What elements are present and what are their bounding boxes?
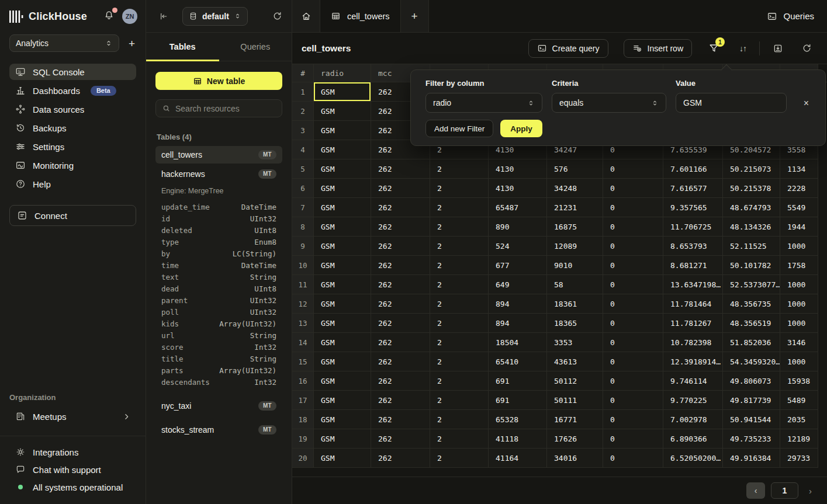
grid-cell[interactable]: 49.735233 [723, 429, 780, 449]
grid-cell[interactable]: 21231 [547, 198, 603, 217]
grid-cell[interactable]: 48.674793 [723, 198, 780, 217]
org-item-meetups[interactable]: Meetups [9, 408, 136, 425]
grid-cell[interactable]: 49.817739 [723, 391, 780, 410]
collapse-panel-icon[interactable] [159, 12, 168, 21]
grid-cell[interactable]: 9.746114 [663, 371, 723, 391]
grid-cell[interactable]: 6.52050200… [663, 449, 723, 468]
insert-row-button[interactable]: Insert row [624, 39, 692, 58]
grid-cell[interactable]: 2 [430, 294, 489, 314]
grid-cell[interactable]: 52.11525 [723, 237, 780, 256]
notifications-button[interactable] [101, 9, 117, 24]
grid-cell[interactable]: 4130 [489, 159, 547, 179]
grid-cell[interactable]: 50111 [547, 391, 603, 410]
grid-cell[interactable]: GSM [314, 429, 371, 449]
grid-cell[interactable]: 12.3918914… [663, 352, 723, 371]
add-new-filter-button[interactable]: Add new Filter [425, 120, 493, 137]
sidebar-item-settings[interactable]: Settings [9, 138, 136, 155]
grid-cell[interactable]: 51.852036 [723, 333, 780, 352]
new-tab-button[interactable]: + [401, 0, 429, 32]
footer-item-integrations[interactable]: Integrations [9, 443, 136, 461]
grid-cell[interactable]: GSM [314, 314, 371, 333]
remove-filter-button[interactable]: × [804, 99, 809, 108]
grid-cell[interactable]: 41164 [489, 449, 547, 468]
grid-cell[interactable]: 9010 [547, 256, 603, 275]
grid-cell[interactable]: 2 [430, 198, 489, 217]
refresh-button[interactable] [796, 41, 818, 55]
grid-cell[interactable]: 48.356519 [723, 314, 780, 333]
grid-cell[interactable]: 262 [371, 294, 430, 314]
grid-cell[interactable]: 4130 [489, 179, 547, 198]
apply-filter-button[interactable]: Apply [500, 120, 542, 137]
home-tab-button[interactable] [292, 0, 320, 32]
download-button[interactable] [767, 41, 789, 56]
create-query-button[interactable]: Create query [528, 39, 608, 58]
grid-cell[interactable]: 7.601166 [663, 159, 723, 179]
grid-cell[interactable]: 1000 [780, 237, 818, 256]
search-input[interactable] [175, 104, 281, 113]
filter-criteria-select[interactable]: equals [552, 93, 666, 113]
grid-cell[interactable]: 15938 [780, 371, 818, 391]
grid-cell[interactable]: 2 [430, 314, 489, 333]
grid-cell[interactable]: 18365 [547, 314, 603, 333]
add-workspace-button[interactable]: + [129, 38, 135, 49]
filter-column-select[interactable]: radio [425, 93, 542, 113]
refresh-tables-icon[interactable] [272, 11, 282, 21]
database-select[interactable]: default [182, 7, 248, 26]
grid-cell[interactable]: GSM [314, 294, 371, 314]
prev-page-button[interactable]: ‹ [746, 482, 765, 499]
grid-cell[interactable]: 262 [371, 198, 430, 217]
sidebar-item-dashboards[interactable]: DashboardsBeta [9, 82, 136, 99]
grid-cell[interactable]: 2 [430, 275, 489, 294]
grid-cell[interactable]: 49.916384 [723, 449, 780, 468]
grid-cell[interactable]: 262 [371, 159, 430, 179]
grid-cell[interactable]: 58 [547, 275, 603, 294]
grid-cell[interactable]: 2035 [780, 410, 818, 429]
grid-cell[interactable]: 1000 [780, 314, 818, 333]
grid-cell[interactable]: 576 [547, 159, 603, 179]
grid-cell[interactable]: GSM [314, 333, 371, 352]
grid-cell[interactable]: 262 [371, 410, 430, 429]
grid-cell[interactable]: 262 [371, 449, 430, 468]
grid-cell[interactable]: 43613 [547, 352, 603, 371]
grid-cell[interactable]: GSM [314, 410, 371, 429]
grid-cell[interactable]: 65410 [489, 352, 547, 371]
sidebar-item-data-sources[interactable]: Data sources [9, 101, 136, 117]
grid-cell[interactable]: 34016 [547, 449, 603, 468]
grid-cell[interactable]: 890 [489, 217, 547, 237]
grid-cell[interactable]: 2 [430, 333, 489, 352]
grid-cell[interactable]: 0 [603, 179, 663, 198]
grid-cell[interactable]: 0 [603, 333, 663, 352]
grid-cell[interactable]: GSM [314, 121, 371, 140]
grid-cell[interactable]: 1000 [780, 352, 818, 371]
grid-cell[interactable]: 65487 [489, 198, 547, 217]
grid-cell[interactable]: GSM [314, 256, 371, 275]
grid-cell[interactable]: 0 [603, 449, 663, 468]
grid-cell[interactable]: 2 [430, 179, 489, 198]
table-item-cell-towers[interactable]: cell_towers MT [155, 146, 282, 164]
grid-cell-selected[interactable]: GSM [314, 82, 371, 102]
grid-cell[interactable]: 11.781464 [663, 294, 723, 314]
column-header[interactable]: # [292, 64, 314, 82]
table-item-nyc-taxi[interactable]: nyc_taxi MT [155, 397, 282, 415]
grid-cell[interactable]: 0 [603, 371, 663, 391]
grid-cell[interactable]: GSM [314, 159, 371, 179]
grid-cell[interactable]: 262 [371, 256, 430, 275]
grid-cell[interactable]: GSM [314, 352, 371, 371]
grid-cell[interactable]: 5549 [780, 198, 818, 217]
grid-cell[interactable]: 262 [371, 179, 430, 198]
grid-cell[interactable]: 54.3459320… [723, 352, 780, 371]
grid-cell[interactable]: 3146 [780, 333, 818, 352]
grid-cell[interactable]: 691 [489, 371, 547, 391]
grid-cell[interactable]: GSM [314, 391, 371, 410]
grid-cell[interactable]: 17626 [547, 429, 603, 449]
tab-queries[interactable]: Queries [219, 33, 292, 61]
grid-cell[interactable]: 649 [489, 275, 547, 294]
grid-cell[interactable]: 0 [603, 159, 663, 179]
grid-cell[interactable]: 262 [371, 314, 430, 333]
sort-button[interactable]: ↓↑ [733, 41, 752, 55]
grid-cell[interactable]: 262 [371, 352, 430, 371]
grid-cell[interactable]: 677 [489, 256, 547, 275]
grid-cell[interactable]: 48.134326 [723, 217, 780, 237]
grid-cell[interactable]: 262 [371, 275, 430, 294]
grid-cell[interactable]: 2 [430, 449, 489, 468]
